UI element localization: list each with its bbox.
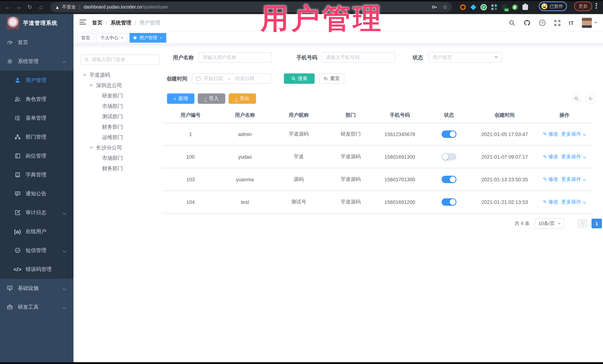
tree-node[interactable]: 芋道源码 (81, 70, 162, 80)
github-icon[interactable] (524, 19, 531, 26)
user-avatar[interactable] (582, 18, 597, 28)
avatar-caret-icon (594, 22, 597, 24)
tab-close-icon[interactable]: × (121, 36, 123, 40)
tree-node[interactable]: 市场部门 (81, 153, 162, 164)
tree-node[interactable]: 财务部门 (81, 122, 162, 132)
sidebar-item-users[interactable]: 用户管理 (0, 71, 73, 90)
bookmark-star-icon[interactable]: ☆ (442, 4, 448, 10)
refresh-table-button[interactable]: ↻ (586, 94, 596, 103)
sidebar-item-sms[interactable]: 短信管理 (0, 241, 73, 260)
browser-update-button[interactable]: 更新 (574, 1, 592, 11)
caret-down-icon[interactable] (89, 85, 93, 87)
divider (80, 4, 80, 10)
sidebar-item-notice[interactable]: 通知公告 (0, 184, 73, 203)
caret-down-icon (583, 178, 586, 181)
date-range-picker[interactable]: 开始日期 - 结束日期 (192, 73, 271, 84)
import-button[interactable]: ↑ 导入 (198, 93, 225, 104)
post-icon (14, 153, 21, 159)
tab-user-management[interactable]: 用户管理 × (130, 33, 166, 43)
font-size-icon[interactable]: tT (569, 20, 574, 26)
export-button[interactable]: ↓ 导出 (229, 93, 256, 104)
status-select[interactable]: 用户状态 (429, 52, 502, 63)
home-icon[interactable]: ⌂ (36, 3, 45, 11)
tree-node[interactable]: 长沙分公司 (81, 143, 162, 153)
forward-icon[interactable]: → (14, 3, 23, 11)
extension-leaf-icon[interactable] (512, 4, 518, 10)
tab-home[interactable]: 首页 (77, 33, 94, 43)
col-header-status: 状态 (425, 112, 473, 119)
edit-icon: ✎ (543, 199, 547, 205)
sidebar-item-infrastructure[interactable]: 基础设施 (0, 279, 73, 298)
sidebar-item-depts[interactable]: 部门管理 (0, 128, 73, 146)
search-button[interactable]: 搜索 (284, 73, 315, 84)
breadcrumb-system[interactable]: 系统管理 (111, 20, 131, 26)
tree-node[interactable]: 研发部门 (81, 91, 162, 101)
caret-down-icon[interactable] (83, 74, 86, 76)
sidebar-item-menus[interactable]: 菜单管理 (0, 109, 73, 128)
more-actions-link[interactable]: 更多操作 (561, 199, 581, 205)
header-search-icon[interactable] (509, 20, 515, 26)
breadcrumb-home[interactable]: 首页 (92, 20, 103, 26)
reload-icon[interactable]: ↻ (25, 3, 34, 11)
help-icon[interactable]: ? (539, 19, 546, 26)
status-toggle[interactable] (441, 131, 456, 138)
sidebar-item-dev-tools[interactable]: 研发工具 (0, 298, 73, 317)
tree-node[interactable]: 市场部门 (81, 101, 162, 111)
reset-button[interactable]: ↻ 重置 (319, 73, 344, 84)
more-actions-link[interactable]: 更多操作 (561, 131, 581, 137)
extensions-puzzle-icon[interactable] (522, 4, 528, 10)
username-input[interactable]: 请输入用户名称 (198, 52, 272, 63)
sidebar-item-home[interactable]: 首页 (0, 33, 73, 52)
browser-menu-icon[interactable] (596, 2, 597, 10)
caret-down-icon[interactable] (89, 147, 93, 149)
mobile-input[interactable]: 请输入手机号码 (322, 52, 395, 63)
sidebar-item-roles[interactable]: 角色管理 (0, 90, 73, 109)
tree-node-label: 芋道源码 (89, 72, 110, 78)
address-bar[interactable]: ▲ 不安全 dashboard.yudao.iocoder.cn /system… (50, 2, 452, 12)
extension-list-icon[interactable]: on (502, 4, 507, 10)
tree-node[interactable]: 测试部门 (81, 111, 162, 122)
page-size-select[interactable]: 10条/页 (535, 218, 564, 229)
tree-node[interactable]: 财务部门 (81, 164, 162, 174)
status-toggle[interactable] (441, 153, 456, 161)
fullscreen-icon[interactable] (554, 20, 561, 26)
dept-search-input[interactable]: 请输入部门名称 (81, 55, 160, 65)
sidebar-toggle-icon[interactable] (79, 20, 86, 26)
add-button[interactable]: + 新增 (167, 93, 195, 104)
download-icon: ↓ (235, 96, 237, 101)
prev-page-button[interactable] (577, 219, 588, 228)
edit-link[interactable]: 修改 (548, 176, 558, 182)
extension-grid-icon[interactable] (491, 4, 497, 10)
edit-link[interactable]: 修改 (548, 131, 558, 137)
status-label: 状态 (412, 52, 423, 63)
sidebar-item-posts[interactable]: 岗位管理 (0, 146, 73, 165)
tab-close-icon[interactable]: × (160, 36, 162, 40)
tree-node[interactable]: 运维部门 (81, 132, 162, 143)
tab-profile[interactable]: 个人中心 × (96, 33, 128, 43)
more-actions-link[interactable]: 更多操作 (561, 154, 581, 159)
sidebar-item-system[interactable]: 系统管理 (0, 52, 73, 71)
col-header-username: 用户名称 (219, 112, 271, 119)
extension-green-icon[interactable]: y (481, 4, 487, 10)
sidebar-item-error-codes[interactable]: </> 错误码管理 (0, 260, 73, 279)
sidebar-item-online-users[interactable]: (a) 在线用户 (0, 222, 73, 241)
app-logo[interactable]: 芋道管理系统 (0, 14, 73, 32)
extension-orange-icon[interactable] (460, 4, 466, 10)
edit-link[interactable]: 修改 (548, 154, 558, 159)
extension-gem-icon[interactable] (470, 4, 476, 10)
sidebar-item-label: 错误码管理 (26, 266, 52, 273)
status-toggle[interactable] (441, 198, 456, 206)
status-toggle[interactable] (441, 176, 456, 183)
col-header-id: 用户编号 (162, 112, 219, 119)
toggle-search-button[interactable] (571, 94, 581, 103)
menu-tree-icon (14, 115, 21, 121)
tree-node[interactable]: 深圳总公司 (81, 80, 162, 91)
edit-link[interactable]: 修改 (548, 199, 558, 205)
sidebar-item-dict[interactable]: 字典管理 (0, 165, 73, 184)
more-actions-link[interactable]: 更多操作 (561, 176, 581, 182)
paused-extension-button[interactable]: 已暂停 (539, 1, 567, 11)
page-number-current[interactable]: 1 (591, 219, 602, 228)
password-key-icon[interactable] (431, 4, 437, 10)
back-icon[interactable]: ← (3, 3, 12, 11)
sidebar-item-audit-log[interactable]: 审计日志 (0, 203, 73, 222)
